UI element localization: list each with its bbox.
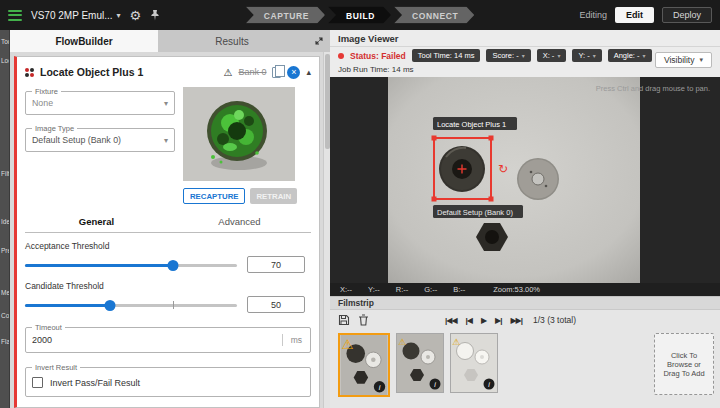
- invert-checkbox[interactable]: [32, 377, 43, 388]
- chevron-down-icon: ▾: [593, 52, 596, 59]
- tab-general[interactable]: General: [25, 212, 168, 232]
- candidate-threshold-slider[interactable]: [25, 299, 237, 311]
- coord-x: X:--: [340, 285, 352, 294]
- rail-item[interactable]: Mea: [1, 289, 10, 296]
- acceptance-threshold-param: Acceptance Threshold 70: [25, 241, 311, 273]
- chevron-down-icon: ▾: [164, 136, 168, 145]
- bank-reference-label: Bank 0: [238, 67, 266, 77]
- step-connect[interactable]: CONNECT: [394, 7, 474, 24]
- candidate-threshold-label: Candidate Threshold: [25, 281, 311, 291]
- collapse-card-icon[interactable]: ▴: [306, 67, 311, 77]
- score-value: Score: -: [492, 51, 518, 60]
- image-type-value: Default Setup (Bank 0): [32, 135, 121, 145]
- timeout-input[interactable]: [32, 335, 282, 345]
- chevron-down-icon: ▾: [522, 52, 525, 59]
- timeout-label: Timeout: [32, 323, 65, 332]
- chevron-down-icon: ▾: [164, 99, 168, 108]
- chevron-down-icon: ▾: [699, 56, 703, 64]
- rail-item[interactable]: Cou: [1, 312, 10, 319]
- image-viewport[interactable]: ↻ Locate Object Plus 1 Default Setup (Ba…: [330, 77, 720, 283]
- x-value: X: -: [543, 51, 555, 60]
- pan-hint: Press Ctrl and drag mouse to pan.: [596, 84, 710, 93]
- coord-g: G:--: [424, 285, 437, 294]
- coord-r: R:--: [396, 285, 409, 294]
- step-build[interactable]: BUILD: [328, 7, 391, 24]
- collapse-panel-icon[interactable]: [308, 30, 330, 52]
- filmstrip-thumb-2[interactable]: ⚠ i: [396, 333, 444, 393]
- retrain-button[interactable]: RETRAIN: [250, 188, 297, 204]
- acceptance-threshold-slider[interactable]: [25, 259, 237, 271]
- previous-frame-button[interactable]: |◀: [466, 316, 472, 325]
- angle-value: Angle: -: [614, 51, 640, 60]
- device-selector[interactable]: VS70 2MP Emul... ▾: [31, 10, 121, 21]
- rail-item[interactable]: Pres: [1, 247, 10, 254]
- invert-checkbox-row[interactable]: Invert Pass/Fail Result: [32, 374, 304, 390]
- menu-icon[interactable]: [8, 10, 22, 21]
- acceptance-threshold-label: Acceptance Threshold: [25, 241, 311, 251]
- coord-b: B:--: [453, 285, 465, 294]
- recapture-button[interactable]: RECAPTURE: [183, 188, 245, 204]
- image-viewer-panel: Image Viewer Status: Failed Tool Time: 1…: [330, 30, 720, 408]
- delete-image-icon[interactable]: [358, 314, 369, 326]
- candidate-threshold-param: Candidate Threshold 50: [25, 281, 311, 313]
- tab-flowbuilder[interactable]: FlowBuilder: [10, 30, 158, 52]
- rail-item[interactable]: Loca: [1, 57, 10, 64]
- chevron-down-icon: ▾: [117, 11, 121, 20]
- delete-tool-icon[interactable]: ×: [287, 66, 300, 79]
- fixture-select[interactable]: Fixture None ▾: [25, 87, 175, 115]
- filmstrip-thumb-3[interactable]: ⚠ i: [450, 333, 498, 393]
- chevron-down-icon: ▾: [643, 52, 646, 59]
- score-dropdown[interactable]: Score: - ▾: [486, 49, 530, 62]
- trained-pattern-thumbnail: [183, 87, 295, 181]
- gear-icon[interactable]: ⚙: [130, 9, 142, 22]
- play-button[interactable]: ▶: [481, 316, 486, 325]
- inspection-image: ↻ Locate Object Plus 1 Default Setup (Ba…: [388, 77, 640, 283]
- warning-icon: ⚠: [398, 337, 406, 347]
- tool-time-badge: Tool Time: 14 ms: [412, 49, 481, 62]
- panel-scrollbar[interactable]: [323, 52, 330, 408]
- app-root: VS70 2MP Emul... ▾ ⚙ CAPTURE BUILD CONNE…: [0, 0, 720, 408]
- rail-item[interactable]: Flaw: [1, 338, 10, 345]
- visibility-label: Visibility: [664, 55, 695, 65]
- deploy-button[interactable]: Deploy: [662, 7, 712, 23]
- tool-rail[interactable]: Tool Loca Filte Iden Pres Mea Cou Flaw: [0, 30, 10, 408]
- filmstrip-thumbnails: ⚠ i ⚠: [330, 330, 720, 408]
- tab-advanced[interactable]: Advanced: [168, 212, 311, 232]
- y-dropdown[interactable]: Y: - ▾: [572, 49, 601, 62]
- save-image-icon[interactable]: [338, 314, 350, 326]
- image-viewer-header: Image Viewer: [330, 30, 720, 47]
- tool-drag-handle-icon[interactable]: [25, 68, 34, 77]
- rail-item[interactable]: Filte: [1, 170, 10, 177]
- visibility-dropdown[interactable]: Visibility ▾: [655, 52, 712, 68]
- skip-last-button[interactable]: ▶▶|: [510, 316, 522, 325]
- flowbuilder-panel: FlowBuilder Results Locate Object Plus 1…: [10, 30, 330, 408]
- tool-subtabs: General Advanced: [25, 212, 311, 233]
- edit-button[interactable]: Edit: [615, 7, 654, 23]
- filmstrip-controls: |◀◀ |◀ ▶ ▶| ▶▶| 1/3 (3 total): [330, 310, 720, 330]
- tool-card: Locate Object Plus 1 ⚠ Bank 0 × ▴ Fixtur…: [14, 56, 320, 408]
- rail-item[interactable]: Tool: [1, 38, 10, 45]
- roi-bottom-label: Default Setup (Bank 0): [437, 208, 513, 217]
- image-viewer-title: Image Viewer: [338, 33, 399, 44]
- dropzone-label: Click To Browse or Drag To Add: [659, 351, 709, 378]
- candidate-threshold-value[interactable]: 50: [247, 296, 305, 313]
- pin-icon[interactable]: [150, 9, 160, 21]
- editing-label: Editing: [579, 10, 607, 20]
- angle-dropdown[interactable]: Angle: - ▾: [608, 49, 652, 62]
- tab-results[interactable]: Results: [158, 30, 306, 52]
- fixture-label: Fixture: [32, 87, 61, 96]
- image-type-select[interactable]: Image Type Default Setup (Bank 0) ▾: [25, 124, 175, 152]
- copy-tool-icon[interactable]: [272, 67, 281, 78]
- acceptance-threshold-value[interactable]: 70: [247, 256, 305, 273]
- filmstrip: Filmstrip |◀◀ |◀ ▶ ▶|: [330, 296, 720, 408]
- x-dropdown[interactable]: X: - ▾: [537, 49, 567, 62]
- skip-first-button[interactable]: |◀◀: [445, 316, 457, 325]
- step-capture[interactable]: CAPTURE: [246, 7, 325, 24]
- frame-counter: 1/3 (3 total): [533, 315, 576, 325]
- filmstrip-thumb-1[interactable]: ⚠ i: [338, 333, 390, 397]
- chevron-down-icon: ▾: [557, 52, 560, 59]
- image-dropzone[interactable]: Click To Browse or Drag To Add: [654, 333, 714, 395]
- next-frame-button[interactable]: ▶|: [495, 316, 501, 325]
- rail-item[interactable]: Iden: [1, 218, 10, 225]
- coord-y: Y:--: [368, 285, 380, 294]
